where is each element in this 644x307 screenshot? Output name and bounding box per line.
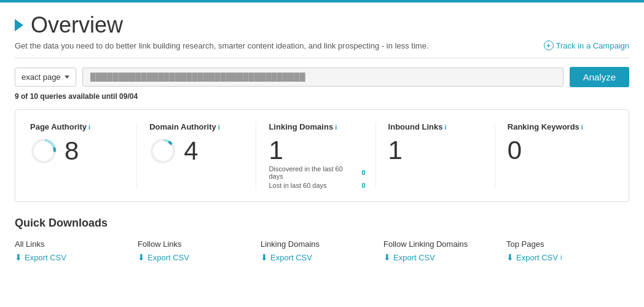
download-top-pages-export[interactable]: ⬇ Export CSV i <box>506 252 629 262</box>
download-all-links-export[interactable]: ⬇ Export CSV <box>15 252 138 262</box>
download-follow-linking-domains-export[interactable]: ⬇ Export CSV <box>383 252 506 262</box>
dropdown-label: exact page <box>22 72 61 82</box>
download-follow-links-label: Follow Links <box>138 239 261 249</box>
page-type-dropdown[interactable]: exact page <box>15 68 76 87</box>
download-all-links: All Links ⬇ Export CSV <box>15 239 138 262</box>
download-follow-links: Follow Links ⬇ Export CSV <box>138 239 261 262</box>
export-label: Export CSV <box>516 253 558 262</box>
track-campaign-icon: + <box>544 41 554 50</box>
subtitle-row: Get the data you need to do better link … <box>15 41 629 50</box>
metric-domain-authority: Domain Authority i 4 <box>136 122 256 189</box>
export-label: Export CSV <box>147 253 189 262</box>
inbound-links-info-icon[interactable]: i <box>444 123 446 131</box>
subtitle-text: Get the data you need to do better link … <box>15 41 429 50</box>
metric-ranking-keywords-label: Ranking Keywords i <box>508 122 604 131</box>
domain-authority-value: 4 <box>184 138 198 164</box>
page-authority-circle <box>30 138 57 165</box>
page-title-row: Overview <box>15 12 629 38</box>
metric-domain-authority-label: Domain Authority i <box>149 122 246 131</box>
download-icon: ⬇ <box>261 252 268 262</box>
inbound-links-value: 1 <box>388 138 402 163</box>
download-all-links-label: All Links <box>15 239 138 249</box>
metric-ranking-keywords: Ranking Keywords i 0 <box>495 122 614 189</box>
dropdown-arrow-icon <box>65 76 69 79</box>
quick-downloads-title: Quick Downloads <box>15 217 629 230</box>
domain-authority-info-icon[interactable]: i <box>218 123 220 131</box>
ranking-keywords-info-icon[interactable]: i <box>581 123 583 131</box>
download-follow-links-export[interactable]: ⬇ Export CSV <box>138 252 261 262</box>
queries-info: 9 of 10 queries available until 09/04 <box>15 92 629 101</box>
download-top-pages-label: Top Pages <box>506 239 629 249</box>
download-icon: ⬇ <box>383 252 391 262</box>
search-row: exact page Analyze <box>15 67 629 87</box>
download-follow-linking-domains-label: Follow Linking Domains <box>383 239 506 249</box>
metric-page-authority: Page Authority i 8 <box>30 122 136 189</box>
download-icon: ⬇ <box>138 252 145 262</box>
metric-linking-domains-label: Linking Domains i <box>269 122 365 131</box>
download-linking-domains-export[interactable]: ⬇ Export CSV <box>261 252 383 262</box>
download-linking-domains-label: Linking Domains <box>261 239 383 249</box>
metric-page-authority-label: Page Authority i <box>30 122 127 131</box>
linking-domains-discovered: Discovered in the last 60 days 0 <box>269 165 365 180</box>
domain-authority-circle <box>149 138 176 165</box>
download-follow-linking-domains: Follow Linking Domains ⬇ Export CSV <box>383 239 506 262</box>
metric-linking-domains: Linking Domains i 1 Discovered in the la… <box>256 122 375 189</box>
download-top-pages: Top Pages ⬇ Export CSV i <box>506 239 629 262</box>
metric-inbound-links: Inbound Links i 1 <box>375 122 495 189</box>
track-campaign-link[interactable]: + Track in a Campaign <box>544 41 629 50</box>
top-pages-info-icon[interactable]: i <box>560 254 562 261</box>
export-label: Export CSV <box>393 253 435 262</box>
metric-inbound-links-label: Inbound Links i <box>388 122 485 131</box>
header-divider <box>15 58 629 58</box>
download-icon: ⬇ <box>506 252 514 262</box>
page-authority-info-icon[interactable]: i <box>88 123 90 131</box>
linking-domains-info-icon[interactable]: i <box>335 123 337 131</box>
linking-domains-lost: Lost in last 60 days 0 <box>269 182 365 189</box>
analyze-button[interactable]: Analyze <box>570 67 629 87</box>
linking-domains-value: 1 <box>269 138 283 163</box>
page-authority-value: 8 <box>65 138 79 164</box>
download-icon: ⬇ <box>15 252 22 262</box>
downloads-row: All Links ⬇ Export CSV Follow Links ⬇ Ex… <box>15 239 629 262</box>
metrics-box: Page Authority i 8 Domain Authority i <box>15 109 629 202</box>
ranking-keywords-value: 0 <box>508 138 522 163</box>
url-search-input[interactable] <box>82 68 564 87</box>
download-linking-domains: Linking Domains ⬇ Export CSV <box>261 239 383 262</box>
title-arrow-icon <box>15 19 23 31</box>
export-label: Export CSV <box>270 253 312 262</box>
export-label: Export CSV <box>25 253 66 262</box>
page-title: Overview <box>31 12 123 38</box>
track-campaign-label: Track in a Campaign <box>556 41 629 50</box>
